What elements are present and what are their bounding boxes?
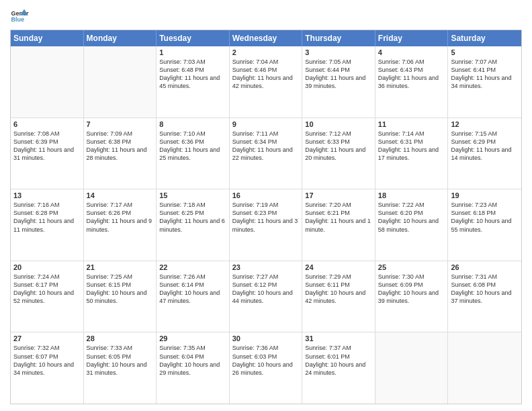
day-info: Sunrise: 7:15 AM Sunset: 6:29 PM Dayligh… xyxy=(451,130,519,163)
day-number: 21 xyxy=(87,263,154,271)
calendar: SundayMondayTuesdayWednesdayThursdayFrid… xyxy=(10,30,522,404)
calendar-cell: 11Sunrise: 7:14 AM Sunset: 6:31 PM Dayli… xyxy=(375,118,449,189)
day-number: 5 xyxy=(451,48,519,56)
header-day-thursday: Thursday xyxy=(302,30,375,46)
calendar-cell: 10Sunrise: 7:12 AM Sunset: 6:33 PM Dayli… xyxy=(302,118,375,189)
day-info: Sunrise: 7:36 AM Sunset: 6:03 PM Dayligh… xyxy=(232,344,300,377)
day-info: Sunrise: 7:12 AM Sunset: 6:33 PM Dayligh… xyxy=(305,130,372,163)
calendar-cell: 30Sunrise: 7:36 AM Sunset: 6:03 PM Dayli… xyxy=(230,332,303,404)
day-info: Sunrise: 7:19 AM Sunset: 6:23 PM Dayligh… xyxy=(232,201,300,234)
calendar-cell: 14Sunrise: 7:17 AM Sunset: 6:26 PM Dayli… xyxy=(84,189,157,261)
day-number: 7 xyxy=(87,120,154,128)
day-info: Sunrise: 7:18 AM Sunset: 6:25 PM Dayligh… xyxy=(159,201,226,234)
calendar-cell: 19Sunrise: 7:23 AM Sunset: 6:18 PM Dayli… xyxy=(448,189,521,261)
day-info: Sunrise: 7:26 AM Sunset: 6:14 PM Dayligh… xyxy=(159,273,226,306)
day-info: Sunrise: 7:20 AM Sunset: 6:21 PM Dayligh… xyxy=(305,201,372,234)
calendar-cell xyxy=(375,332,449,404)
calendar-cell: 8Sunrise: 7:10 AM Sunset: 6:36 PM Daylig… xyxy=(157,118,230,189)
day-info: Sunrise: 7:04 AM Sunset: 6:46 PM Dayligh… xyxy=(232,58,300,91)
calendar-cell: 20Sunrise: 7:24 AM Sunset: 6:17 PM Dayli… xyxy=(11,261,84,332)
day-info: Sunrise: 7:23 AM Sunset: 6:18 PM Dayligh… xyxy=(451,201,519,234)
day-info: Sunrise: 7:16 AM Sunset: 6:28 PM Dayligh… xyxy=(13,201,81,234)
day-info: Sunrise: 7:29 AM Sunset: 6:11 PM Dayligh… xyxy=(305,273,372,306)
day-info: Sunrise: 7:31 AM Sunset: 6:08 PM Dayligh… xyxy=(451,273,519,306)
day-number: 19 xyxy=(451,191,519,199)
day-number: 18 xyxy=(378,191,445,199)
day-number: 9 xyxy=(232,120,300,128)
day-info: Sunrise: 7:35 AM Sunset: 6:04 PM Dayligh… xyxy=(159,344,226,377)
calendar-row-1: 6Sunrise: 7:08 AM Sunset: 6:39 PM Daylig… xyxy=(11,118,521,190)
calendar-cell xyxy=(84,46,157,118)
calendar-cell xyxy=(448,332,521,404)
calendar-cell: 26Sunrise: 7:31 AM Sunset: 6:08 PM Dayli… xyxy=(448,261,521,332)
day-number: 2 xyxy=(232,48,300,56)
calendar-body: 1Sunrise: 7:03 AM Sunset: 6:48 PM Daylig… xyxy=(11,46,521,404)
day-number: 16 xyxy=(232,191,300,199)
day-number: 20 xyxy=(13,263,81,271)
day-info: Sunrise: 7:05 AM Sunset: 6:44 PM Dayligh… xyxy=(305,58,372,91)
day-number: 31 xyxy=(305,334,372,342)
calendar-cell: 9Sunrise: 7:11 AM Sunset: 6:34 PM Daylig… xyxy=(230,118,303,189)
calendar-cell xyxy=(11,46,84,118)
day-info: Sunrise: 7:37 AM Sunset: 6:01 PM Dayligh… xyxy=(305,344,372,377)
day-number: 25 xyxy=(378,263,445,271)
calendar-row-4: 27Sunrise: 7:32 AM Sunset: 6:07 PM Dayli… xyxy=(11,332,521,404)
day-info: Sunrise: 7:27 AM Sunset: 6:12 PM Dayligh… xyxy=(232,273,300,306)
calendar-row-0: 1Sunrise: 7:03 AM Sunset: 6:48 PM Daylig… xyxy=(11,46,521,118)
calendar-cell: 6Sunrise: 7:08 AM Sunset: 6:39 PM Daylig… xyxy=(11,118,84,189)
day-number: 26 xyxy=(451,263,519,271)
calendar-row-2: 13Sunrise: 7:16 AM Sunset: 6:28 PM Dayli… xyxy=(11,189,521,261)
day-number: 4 xyxy=(378,48,445,56)
day-number: 12 xyxy=(451,120,519,128)
day-info: Sunrise: 7:25 AM Sunset: 6:15 PM Dayligh… xyxy=(87,273,154,306)
day-info: Sunrise: 7:10 AM Sunset: 6:36 PM Dayligh… xyxy=(159,130,226,163)
calendar-cell: 2Sunrise: 7:04 AM Sunset: 6:46 PM Daylig… xyxy=(230,46,303,118)
calendar-cell: 4Sunrise: 7:06 AM Sunset: 6:43 PM Daylig… xyxy=(375,46,449,118)
calendar-cell: 29Sunrise: 7:35 AM Sunset: 6:04 PM Dayli… xyxy=(157,332,230,404)
day-number: 13 xyxy=(13,191,81,199)
day-info: Sunrise: 7:09 AM Sunset: 6:38 PM Dayligh… xyxy=(87,130,154,163)
day-info: Sunrise: 7:30 AM Sunset: 6:09 PM Dayligh… xyxy=(378,273,445,306)
header-day-friday: Friday xyxy=(375,30,449,46)
day-number: 29 xyxy=(159,334,226,342)
calendar-cell: 16Sunrise: 7:19 AM Sunset: 6:23 PM Dayli… xyxy=(230,189,303,261)
calendar-cell: 27Sunrise: 7:32 AM Sunset: 6:07 PM Dayli… xyxy=(11,332,84,404)
day-number: 17 xyxy=(305,191,372,199)
calendar-cell: 25Sunrise: 7:30 AM Sunset: 6:09 PM Dayli… xyxy=(375,261,449,332)
day-number: 1 xyxy=(159,48,226,56)
day-number: 10 xyxy=(305,120,372,128)
calendar-cell: 31Sunrise: 7:37 AM Sunset: 6:01 PM Dayli… xyxy=(302,332,375,404)
calendar-cell: 18Sunrise: 7:22 AM Sunset: 6:20 PM Dayli… xyxy=(375,189,449,261)
day-number: 8 xyxy=(159,120,226,128)
calendar-cell: 21Sunrise: 7:25 AM Sunset: 6:15 PM Dayli… xyxy=(84,261,157,332)
calendar-cell: 28Sunrise: 7:33 AM Sunset: 6:05 PM Dayli… xyxy=(84,332,157,404)
day-info: Sunrise: 7:06 AM Sunset: 6:43 PM Dayligh… xyxy=(378,58,445,91)
day-info: Sunrise: 7:22 AM Sunset: 6:20 PM Dayligh… xyxy=(378,201,445,234)
day-number: 14 xyxy=(87,191,154,199)
calendar-cell: 12Sunrise: 7:15 AM Sunset: 6:29 PM Dayli… xyxy=(448,118,521,189)
day-number: 23 xyxy=(232,263,300,271)
day-number: 30 xyxy=(232,334,300,342)
day-number: 15 xyxy=(159,191,226,199)
calendar-row-3: 20Sunrise: 7:24 AM Sunset: 6:17 PM Dayli… xyxy=(11,261,521,333)
day-number: 24 xyxy=(305,263,372,271)
day-number: 27 xyxy=(13,334,81,342)
calendar-cell: 17Sunrise: 7:20 AM Sunset: 6:21 PM Dayli… xyxy=(302,189,375,261)
page: General Blue SundayMondayTuesdayWednesda… xyxy=(0,0,532,411)
header: General Blue xyxy=(10,7,522,26)
day-info: Sunrise: 7:32 AM Sunset: 6:07 PM Dayligh… xyxy=(13,344,81,377)
day-number: 22 xyxy=(159,263,226,271)
day-info: Sunrise: 7:03 AM Sunset: 6:48 PM Dayligh… xyxy=(159,58,226,91)
logo: General Blue xyxy=(10,7,29,26)
day-info: Sunrise: 7:08 AM Sunset: 6:39 PM Dayligh… xyxy=(13,130,81,163)
header-day-monday: Monday xyxy=(84,30,157,46)
header-day-wednesday: Wednesday xyxy=(230,30,303,46)
calendar-cell: 15Sunrise: 7:18 AM Sunset: 6:25 PM Dayli… xyxy=(157,189,230,261)
header-day-sunday: Sunday xyxy=(11,30,84,46)
day-number: 6 xyxy=(13,120,81,128)
calendar-cell: 1Sunrise: 7:03 AM Sunset: 6:48 PM Daylig… xyxy=(157,46,230,118)
day-number: 3 xyxy=(305,48,372,56)
header-day-tuesday: Tuesday xyxy=(157,30,230,46)
day-number: 28 xyxy=(87,334,154,342)
day-info: Sunrise: 7:17 AM Sunset: 6:26 PM Dayligh… xyxy=(87,201,154,234)
